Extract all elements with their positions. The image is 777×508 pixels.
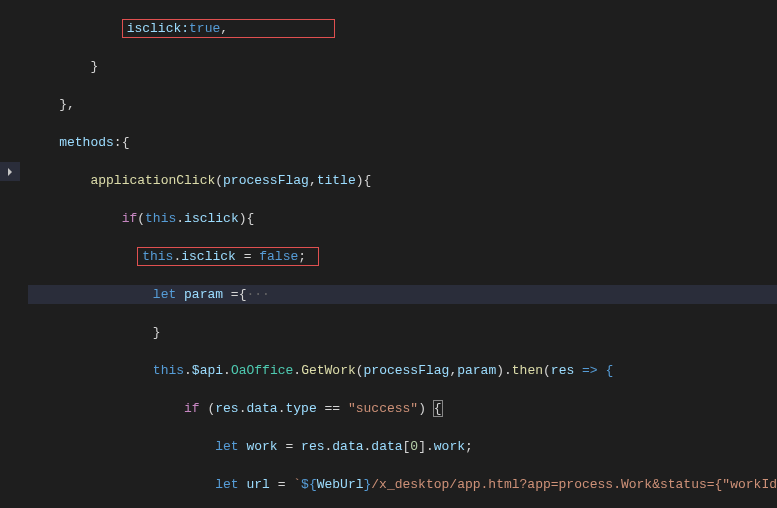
code-token: type <box>286 401 317 416</box>
code-token: data <box>332 439 363 454</box>
code-token <box>176 287 184 302</box>
code-token: , <box>309 173 317 188</box>
code-token: :{ <box>114 135 130 150</box>
chevron-right-icon <box>2 164 18 180</box>
code-token: param <box>457 363 496 378</box>
code-token: ={ <box>223 287 246 302</box>
code-token: isclick: <box>127 21 189 36</box>
code-token: ; <box>298 249 306 264</box>
code-token: processFlag <box>364 363 450 378</box>
code-token: applicationClick <box>90 173 215 188</box>
code-token: ( <box>200 401 216 416</box>
code-token: , <box>220 21 228 36</box>
code-token: ). <box>496 363 512 378</box>
code-token: /x_desktop/app.html?app=process.Work&sta… <box>371 477 777 492</box>
code-token: == <box>317 401 348 416</box>
code-token: { <box>433 400 443 417</box>
code-token: isclick <box>184 211 239 226</box>
code-token: ( <box>356 363 364 378</box>
code-token: ) <box>418 401 434 416</box>
code-token: GetWork <box>301 363 356 378</box>
code-folded-icon[interactable]: ··· <box>246 287 269 302</box>
code-token: ; <box>465 439 473 454</box>
code-token: title <box>317 173 356 188</box>
code-token: let <box>215 439 238 454</box>
code-token: . <box>184 363 192 378</box>
code-token: . <box>278 401 286 416</box>
code-token: => { <box>574 363 613 378</box>
code-token: this <box>145 211 176 226</box>
code-token: } <box>153 325 161 340</box>
code-token: . <box>176 211 184 226</box>
code-token: if <box>184 401 200 416</box>
code-token: url <box>246 477 269 492</box>
code-token: ( <box>215 173 223 188</box>
code-token: . <box>293 363 301 378</box>
highlight-box: isclick:true, <box>122 19 335 38</box>
code-token: "success" <box>348 401 418 416</box>
code-token: ]. <box>418 439 434 454</box>
highlight-box: this.isclick = false; <box>137 247 319 266</box>
code-token: work <box>246 439 277 454</box>
code-token: param <box>184 287 223 302</box>
code-token: data <box>371 439 402 454</box>
code-token: ( <box>137 211 145 226</box>
code-token: 0 <box>410 439 418 454</box>
code-token: }, <box>59 97 75 112</box>
code-token: WebUrl <box>317 477 364 492</box>
code-token: this <box>142 249 173 264</box>
code-token: isclick <box>181 249 236 264</box>
code-token: OaOffice <box>231 363 293 378</box>
code-token: if <box>122 211 138 226</box>
code-token: res <box>215 401 238 416</box>
code-token: processFlag <box>223 173 309 188</box>
code-token: . <box>223 363 231 378</box>
code-token: = <box>270 477 293 492</box>
code-token: let <box>153 287 176 302</box>
code-token: res <box>301 439 324 454</box>
code-token: then <box>512 363 543 378</box>
code-token: ${ <box>301 477 317 492</box>
code-token: let <box>215 477 238 492</box>
fold-marker[interactable] <box>0 162 20 181</box>
code-token: $api <box>192 363 223 378</box>
code-token: data <box>246 401 277 416</box>
code-editor[interactable]: isclick:true, } }, methods:{ application… <box>0 0 777 508</box>
code-token: work <box>434 439 465 454</box>
code-token: ` <box>293 477 301 492</box>
code-token: true <box>189 21 220 36</box>
code-token: } <box>90 59 98 74</box>
code-token: = <box>236 249 259 264</box>
code-token: false <box>259 249 298 264</box>
code-token: = <box>278 439 301 454</box>
code-token: ( <box>543 363 551 378</box>
code-token: methods <box>59 135 114 150</box>
code-token: this <box>153 363 184 378</box>
code-token: res <box>551 363 574 378</box>
code-token: ){ <box>239 211 255 226</box>
code-token: ){ <box>356 173 372 188</box>
